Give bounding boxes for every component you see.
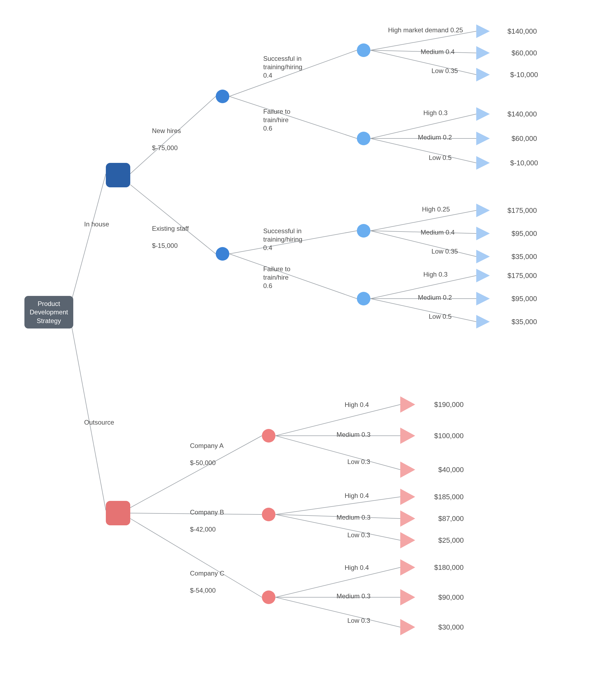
- label-compB-cost: $-42,000: [190, 526, 216, 533]
- svg-marker-35: [476, 107, 490, 121]
- chance-nh-fail: [357, 132, 371, 145]
- svg-line-1: [71, 320, 106, 510]
- svg-marker-33: [476, 46, 490, 60]
- label-fail-2: Failure to train/hire 0.6: [263, 265, 290, 290]
- svg-marker-34: [476, 68, 490, 82]
- label-compC: Company C $-54,000: [190, 561, 224, 595]
- chance-existing: [216, 247, 229, 260]
- svg-line-31: [275, 597, 400, 627]
- label-compA-text: Company A: [190, 442, 224, 449]
- label-newhires: New hires $-75,000: [152, 118, 181, 152]
- chance-es-fail: [357, 292, 371, 305]
- label-compB: Company B $-42,000: [190, 499, 224, 533]
- label-out: Low 0.35: [431, 67, 458, 75]
- value-label: $90,000: [438, 593, 464, 601]
- svg-marker-42: [476, 292, 490, 305]
- label-out: Medium 0.2: [418, 133, 452, 141]
- label-compA-cost: $-50,000: [190, 459, 216, 467]
- value-label: $100,000: [434, 432, 463, 440]
- label-newhires-text: New hires: [152, 127, 181, 134]
- svg-line-5: [229, 96, 357, 138]
- value-label: $40,000: [438, 465, 464, 474]
- label-out: Medium 0.2: [418, 293, 452, 302]
- value-label: $175,000: [508, 271, 537, 280]
- svg-marker-49: [400, 532, 415, 548]
- svg-marker-40: [476, 250, 490, 263]
- value-label: $35,000: [512, 318, 537, 326]
- value-label: $185,000: [434, 493, 463, 501]
- chance-es-succ: [357, 224, 371, 238]
- svg-marker-47: [400, 489, 415, 505]
- svg-line-7: [229, 254, 357, 299]
- label-out: Low 0.5: [429, 153, 451, 162]
- label-succ-1: Successful in training/hiring 0.4: [263, 54, 302, 80]
- svg-marker-43: [476, 315, 490, 328]
- label-succ-2: Successful in training/hiring 0.4: [263, 227, 302, 252]
- svg-marker-32: [476, 24, 490, 38]
- label-compA: Company A $-50,000: [190, 433, 224, 467]
- svg-line-13: [371, 138, 476, 163]
- chance-comp-b: [262, 508, 275, 521]
- tree-edges: [0, 0, 616, 695]
- svg-line-14: [371, 210, 476, 231]
- svg-marker-36: [476, 132, 490, 145]
- svg-line-19: [371, 299, 476, 322]
- label-out: Low 0.3: [347, 531, 370, 539]
- label-out: Low 0.35: [431, 247, 458, 255]
- label-out: High 0.4: [345, 401, 369, 409]
- svg-marker-39: [476, 227, 490, 240]
- svg-marker-45: [400, 428, 415, 444]
- value-label: $60,000: [512, 134, 537, 143]
- svg-line-0: [71, 174, 106, 304]
- label-existing-cost: $-15,000: [152, 242, 178, 249]
- label-out: High 0.3: [423, 108, 447, 117]
- chance-comp-c: [262, 591, 275, 604]
- label-inhouse: In house: [84, 220, 109, 228]
- value-label: $180,000: [434, 563, 463, 572]
- svg-marker-38: [476, 204, 490, 217]
- svg-marker-41: [476, 269, 490, 282]
- value-label: $-10,000: [510, 159, 538, 167]
- label-existing: Existing staff $-15,000: [152, 216, 189, 250]
- label-newhires-cost: $-75,000: [152, 144, 178, 152]
- decision-inhouse: [106, 163, 130, 187]
- label-compC-text: Company C: [190, 570, 224, 577]
- svg-marker-44: [400, 396, 415, 413]
- label-out: High 0.25: [422, 205, 450, 214]
- value-label: $-10,000: [510, 71, 538, 79]
- svg-marker-52: [400, 619, 415, 635]
- value-label: $95,000: [512, 230, 537, 238]
- label-compC-cost: $-54,000: [190, 587, 216, 594]
- label-outsource: Outsource: [84, 418, 114, 426]
- label-out: High 0.4: [345, 563, 369, 572]
- label-existing-text: Existing staff: [152, 225, 189, 232]
- value-label: $60,000: [512, 49, 537, 57]
- label-out: Medium 0.4: [421, 228, 455, 236]
- chance-nh-succ: [357, 44, 371, 57]
- label-out: Medium 0.3: [337, 430, 371, 439]
- label-out: High market demand 0.25: [388, 26, 463, 34]
- value-label: $35,000: [512, 253, 537, 261]
- root-node: Product Development Strategy: [24, 296, 73, 328]
- label-fail-1: Failure to train/hire 0.6: [263, 107, 290, 133]
- label-out: High 0.3: [423, 270, 447, 278]
- label-out: Low 0.5: [429, 312, 451, 321]
- value-label: $175,000: [508, 206, 537, 215]
- svg-marker-50: [400, 559, 415, 576]
- label-out: Medium 0.3: [337, 592, 371, 600]
- value-label: $190,000: [434, 401, 463, 409]
- svg-line-25: [275, 436, 400, 470]
- svg-marker-37: [476, 156, 490, 170]
- value-label: $95,000: [512, 294, 537, 303]
- label-out: High 0.4: [345, 491, 369, 500]
- svg-marker-51: [400, 589, 415, 606]
- chance-comp-a: [262, 429, 275, 442]
- value-label: $25,000: [438, 536, 464, 545]
- label-out: Medium 0.3: [337, 513, 371, 522]
- svg-marker-48: [400, 510, 415, 527]
- value-label: $140,000: [508, 27, 537, 36]
- label-compB-text: Company B: [190, 508, 224, 516]
- decision-outsource: [106, 501, 130, 525]
- chance-new-hires: [216, 89, 229, 103]
- label-out: Low 0.3: [347, 616, 370, 625]
